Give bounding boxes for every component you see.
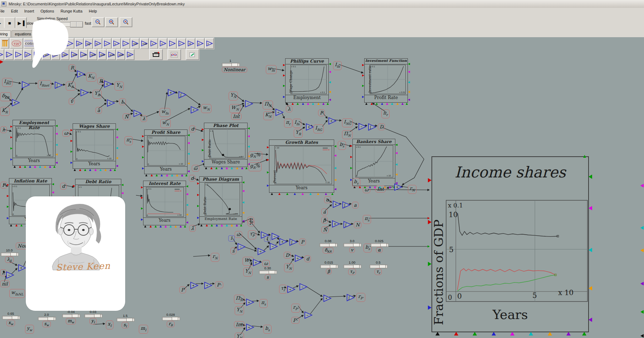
variable-D[interactable]: D (378, 123, 385, 130)
variable-α[interactable]: α (324, 196, 331, 203)
operator-∫[interactable]: ∫ (178, 91, 187, 100)
menu-item-insert[interactable]: Insert (21, 8, 38, 14)
variable-s[interactable]: s (230, 248, 236, 254)
variable-YN[interactable]: YN (243, 268, 253, 276)
variable-ΠN[interactable]: ΠN (342, 130, 352, 139)
op-button-asin[interactable]: asin (98, 49, 107, 60)
op-button-∫[interactable]: ∫ (5, 49, 14, 60)
slider-v[interactable]: 3.0v (343, 243, 361, 253)
variable-πr[interactable]: πr (284, 119, 292, 128)
operator-−[interactable]: − (304, 311, 313, 320)
variable-bs[interactable]: bs (338, 141, 346, 150)
variable-IRnet[interactable]: IRnet (38, 80, 51, 89)
op-button-Θ[interactable]: Θ (186, 38, 195, 49)
slider-handle[interactable] (94, 314, 101, 318)
variable-πs[interactable]: πs (363, 215, 371, 224)
slider-track[interactable] (222, 63, 240, 67)
slider-handle[interactable] (269, 270, 275, 274)
op-button-Γ[interactable]: Γ (177, 38, 186, 49)
variable-mI[interactable]: mI (139, 325, 148, 334)
slider-sw[interactable]: 2.0sw (38, 317, 55, 327)
variable-β[interactable]: β (321, 217, 328, 224)
slider-track[interactable] (62, 314, 80, 318)
menu-item-file[interactable]: File (0, 8, 8, 14)
op-button-¬[interactable]: ¬ (168, 38, 177, 49)
variable-Int[interactable]: Int (375, 186, 386, 192)
variable-Ifn[interactable]: Ifn (293, 119, 301, 128)
op-button-atan[interactable]: atan (116, 49, 125, 60)
menu-item-options[interactable]: Options (37, 8, 57, 14)
variable-YN[interactable]: YN (235, 333, 244, 338)
variable-λ[interactable]: λ (0, 126, 7, 133)
zoom-in-button[interactable] (105, 17, 118, 27)
slider-handle[interactable] (379, 265, 386, 268)
menu-item-help[interactable]: Help (86, 8, 100, 14)
op-button-tanh[interactable]: tanh (88, 49, 97, 60)
plot-growth-rates[interactable]: Growth Ratesx 10x 100YearsPercent (269, 139, 334, 193)
variable-P[interactable]: P (179, 286, 186, 293)
operator-÷[interactable]: ÷ (275, 108, 284, 118)
variable-τr[interactable]: τr (279, 285, 287, 294)
variable-ω[interactable]: ω (235, 231, 242, 238)
variable-YN[interactable]: YN (114, 82, 124, 90)
operator-−[interactable]: − (6, 271, 14, 280)
variable-P[interactable]: P (247, 217, 254, 224)
variable-WN[interactable]: WN (229, 104, 240, 113)
variable-λ[interactable]: λ (189, 225, 196, 232)
variable-bs[interactable]: bs (352, 178, 360, 187)
variable-rN[interactable]: rN (211, 253, 219, 262)
slider-track[interactable] (117, 318, 135, 322)
operator-×[interactable]: × (394, 183, 402, 192)
op-button-sin[interactable]: sin (42, 49, 51, 60)
slider-handle[interactable] (353, 265, 360, 268)
plot-interest-rate[interactable]: Interest Ratex 0.1x 100Years (143, 181, 186, 225)
operator-×[interactable]: × (18, 264, 26, 273)
slider-sI[interactable]: 1.5sI (117, 318, 134, 328)
constant-1[interactable]: 1 (264, 236, 270, 242)
simulation-speed-handle[interactable] (70, 21, 83, 28)
op-button-∂[interactable]: ∂ (196, 38, 205, 49)
operator-÷[interactable]: ÷ (294, 254, 303, 264)
menu-item-runge-kutta[interactable]: Runge Kutta (57, 8, 86, 14)
variable-P·[interactable]: P· (291, 317, 299, 324)
operator-∫[interactable]: ∫ (368, 123, 376, 132)
plot-phase-plot[interactable]: Phase Plotx 1x 0.10Wages ShareDebt Ratio (204, 123, 248, 167)
op-button-∨[interactable]: ∨ (158, 38, 167, 49)
variable-P[interactable]: P (318, 109, 325, 116)
op-button-xʸ[interactable]: xʸ (75, 38, 84, 49)
tab-equations[interactable]: equations (11, 30, 34, 37)
variable-KR[interactable]: KR (0, 107, 10, 116)
zoom-reset-button[interactable] (119, 17, 132, 27)
variable-YN[interactable]: YN (229, 92, 238, 101)
variable-Ifn[interactable]: Ifn (333, 61, 342, 70)
menu-item-edit[interactable]: Edit (8, 8, 21, 14)
op-button-+[interactable]: + (38, 38, 47, 49)
note-button[interactable] (186, 49, 199, 60)
slider-λS[interactable]: 10.0λS (1, 253, 18, 263)
slider-s[interactable]: 0.30s (259, 270, 276, 280)
variable-v[interactable]: v (69, 98, 75, 105)
operator-−[interactable]: − (21, 81, 30, 90)
operator-−[interactable]: − (271, 232, 280, 242)
operator-∫[interactable]: ∫ (342, 201, 351, 210)
variable-wfnNL[interactable]: wfnNL (9, 289, 25, 298)
plot-employment-rate[interactable]: Employment Ratex 0.1x 100Years (13, 120, 55, 166)
op-button-ln[interactable]: ln (93, 38, 102, 49)
variable-P[interactable]: P (0, 182, 7, 188)
operator-÷[interactable]: ÷ (246, 298, 254, 308)
variable-a[interactable]: a (96, 107, 102, 114)
operator-÷[interactable]: ÷ (107, 99, 115, 108)
variable-YN[interactable]: YN (235, 306, 244, 315)
operator-∫[interactable]: ∫ (346, 294, 355, 303)
plot-phase-diagram[interactable]: Phase Diagramx 1x 0.10Employment RateDeb… (199, 176, 242, 224)
variable-wN[interactable]: wN (201, 104, 211, 113)
variable-rP'[interactable]: rP' (356, 293, 365, 302)
variable-gR%[interactable]: gR% (248, 162, 262, 171)
variable-δKR[interactable]: δKR (0, 92, 11, 101)
variable-P[interactable]: P (97, 78, 104, 84)
operator-÷[interactable]: ÷ (190, 106, 199, 115)
op-button-=[interactable]: = (121, 38, 130, 49)
variable-nil[interactable]: nil (0, 280, 10, 287)
slider-τr[interactable]: 0.5τr (370, 265, 387, 275)
operator-×[interactable]: × (306, 123, 314, 132)
